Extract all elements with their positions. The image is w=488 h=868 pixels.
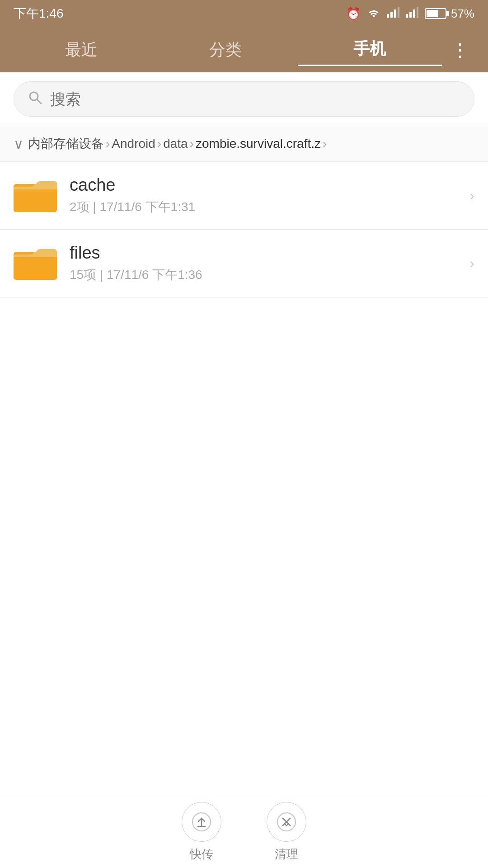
search-icon xyxy=(27,89,43,109)
clean-label: 清理 xyxy=(275,846,298,862)
nav-category[interactable]: 分类 xyxy=(153,34,297,66)
breadcrumb-item-android[interactable]: Android xyxy=(112,137,155,151)
breadcrumb-sep-2: › xyxy=(157,137,161,151)
svg-rect-13 xyxy=(14,255,57,280)
file-item-cache[interactable]: cache 2项 | 17/11/6 下午1:31 › xyxy=(0,162,488,230)
breadcrumb-item-storage[interactable]: 内部存储设备 xyxy=(28,135,104,152)
file-info-files: files 15项 | 17/11/6 下午1:36 xyxy=(70,243,469,283)
battery-icon: 57% xyxy=(425,7,474,21)
transfer-label: 快传 xyxy=(190,846,213,862)
svg-rect-1 xyxy=(390,12,393,18)
chevron-right-cache: › xyxy=(469,187,474,204)
status-time: 下午1:46 xyxy=(14,5,64,22)
top-nav: 最近 分类 手机 ⋮ xyxy=(0,27,488,72)
bottom-bar: 快传 清理 xyxy=(0,796,488,868)
signal-icon-2 xyxy=(406,6,418,21)
more-menu-button[interactable]: ⋮ xyxy=(442,35,479,65)
folder-icon-cache xyxy=(14,178,57,214)
file-info-cache: cache 2项 | 17/11/6 下午1:31 xyxy=(70,175,469,216)
svg-rect-7 xyxy=(417,7,418,18)
chevron-right-files: › xyxy=(469,255,474,272)
file-list: cache 2项 | 17/11/6 下午1:31 › files 15项 | … xyxy=(0,162,488,297)
search-bar-container xyxy=(0,72,488,126)
status-bar: 下午1:46 ⏰ xyxy=(0,0,488,27)
bottom-btn-transfer[interactable]: 快传 xyxy=(182,802,221,862)
breadcrumb-sep-3: › xyxy=(190,137,194,151)
file-item-files[interactable]: files 15项 | 17/11/6 下午1:36 › xyxy=(0,230,488,297)
svg-rect-2 xyxy=(394,9,396,18)
svg-rect-6 xyxy=(413,9,415,18)
clean-icon xyxy=(267,802,306,842)
battery-percent: 57% xyxy=(451,7,474,21)
file-meta-files: 15项 | 17/11/6 下午1:36 xyxy=(70,266,469,283)
svg-rect-3 xyxy=(398,7,399,18)
svg-rect-4 xyxy=(406,14,408,18)
wifi-icon xyxy=(367,7,380,21)
nav-phone[interactable]: 手机 xyxy=(298,33,442,66)
breadcrumb-item-data[interactable]: data xyxy=(163,137,188,151)
file-name-cache: cache xyxy=(70,175,469,195)
status-icons: ⏰ xyxy=(346,6,474,21)
signal-icon-1 xyxy=(387,6,399,21)
breadcrumb-item-package[interactable]: zombie.survival.craft.z xyxy=(196,137,321,151)
bottom-btn-clean[interactable]: 清理 xyxy=(267,802,306,862)
search-input[interactable] xyxy=(50,90,461,108)
transfer-icon xyxy=(182,802,221,842)
file-meta-cache: 2项 | 17/11/6 下午1:31 xyxy=(70,198,469,216)
file-name-files: files xyxy=(70,243,469,263)
svg-rect-11 xyxy=(14,187,57,212)
search-bar[interactable] xyxy=(14,81,474,117)
nav-recent[interactable]: 最近 xyxy=(9,34,153,66)
breadcrumb-collapse-icon[interactable]: ∨ xyxy=(14,136,23,152)
alarm-icon: ⏰ xyxy=(346,7,361,21)
folder-icon-files xyxy=(14,245,57,282)
breadcrumb-items: 内部存储设备 › Android › data › zombie.surviva… xyxy=(28,135,474,152)
breadcrumb-sep-1: › xyxy=(106,137,110,151)
breadcrumb-end-arrow: › xyxy=(323,137,327,151)
svg-rect-0 xyxy=(387,14,389,18)
breadcrumb: ∨ 内部存储设备 › Android › data › zombie.survi… xyxy=(0,126,488,162)
svg-rect-5 xyxy=(409,12,412,18)
svg-line-9 xyxy=(37,99,41,104)
